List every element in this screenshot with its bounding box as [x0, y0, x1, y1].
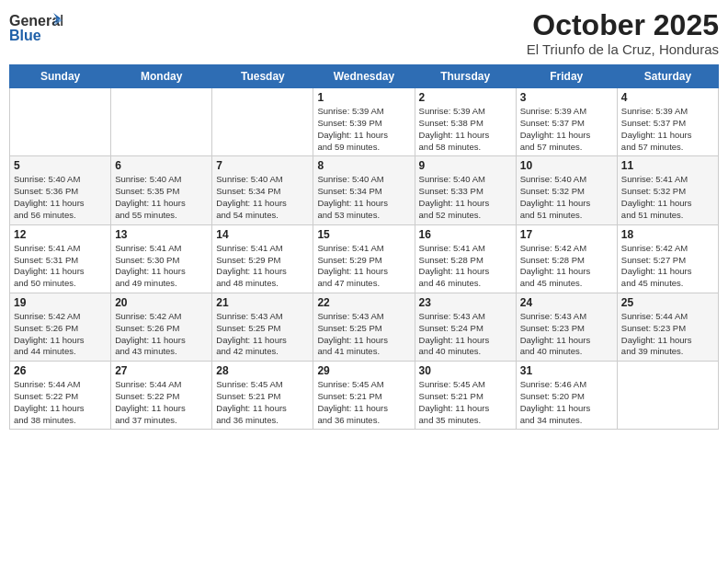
day-number: 3: [520, 91, 613, 104]
day-cell: 2Sunrise: 5:39 AM Sunset: 5:38 PM Daylig…: [415, 88, 516, 156]
day-number: 19: [14, 296, 107, 309]
day-cell: 5Sunrise: 5:40 AM Sunset: 5:36 PM Daylig…: [10, 156, 111, 224]
day-cell: 4Sunrise: 5:39 AM Sunset: 5:37 PM Daylig…: [617, 88, 718, 156]
day-cell: 29Sunrise: 5:45 AM Sunset: 5:21 PM Dayli…: [313, 362, 415, 430]
col-friday: Friday: [516, 65, 617, 88]
day-info: Sunrise: 5:45 AM Sunset: 5:21 PM Dayligh…: [216, 379, 309, 426]
week-row-1: 1Sunrise: 5:39 AM Sunset: 5:39 PM Daylig…: [10, 88, 719, 156]
day-info: Sunrise: 5:41 AM Sunset: 5:30 PM Dayligh…: [115, 243, 208, 290]
title-area: October 2025 El Triunfo de la Cruz, Hond…: [527, 9, 719, 57]
day-number: 13: [115, 228, 208, 241]
location-subtitle: El Triunfo de la Cruz, Honduras: [527, 41, 719, 57]
logo-area: General Blue: [9, 9, 63, 53]
week-row-3: 12Sunrise: 5:41 AM Sunset: 5:31 PM Dayli…: [10, 224, 719, 293]
day-number: 11: [621, 159, 714, 172]
day-number: 6: [115, 159, 208, 172]
day-info: Sunrise: 5:41 AM Sunset: 5:28 PM Dayligh…: [419, 243, 512, 290]
day-number: 28: [216, 364, 309, 377]
day-info: Sunrise: 5:43 AM Sunset: 5:24 PM Dayligh…: [419, 311, 512, 358]
day-info: Sunrise: 5:40 AM Sunset: 5:36 PM Dayligh…: [14, 174, 107, 221]
day-info: Sunrise: 5:40 AM Sunset: 5:33 PM Dayligh…: [419, 174, 512, 221]
day-number: 20: [115, 296, 208, 309]
weekday-header-row: Sunday Monday Tuesday Wednesday Thursday…: [10, 65, 719, 88]
day-info: Sunrise: 5:40 AM Sunset: 5:34 PM Dayligh…: [317, 174, 410, 221]
day-cell: 14Sunrise: 5:41 AM Sunset: 5:29 PM Dayli…: [212, 224, 313, 293]
day-info: Sunrise: 5:41 AM Sunset: 5:29 PM Dayligh…: [317, 243, 410, 290]
day-cell: 1Sunrise: 5:39 AM Sunset: 5:39 PM Daylig…: [313, 88, 415, 156]
day-number: 26: [14, 364, 107, 377]
day-info: Sunrise: 5:39 AM Sunset: 5:37 PM Dayligh…: [520, 106, 613, 153]
day-number: 23: [419, 296, 512, 309]
week-row-5: 26Sunrise: 5:44 AM Sunset: 5:22 PM Dayli…: [10, 362, 719, 430]
day-number: 15: [317, 228, 410, 241]
calendar-page: General Blue October 2025 El Triunfo de …: [0, 0, 728, 563]
day-cell: 30Sunrise: 5:45 AM Sunset: 5:21 PM Dayli…: [415, 362, 516, 430]
day-info: Sunrise: 5:43 AM Sunset: 5:23 PM Dayligh…: [520, 311, 613, 358]
day-number: 8: [317, 159, 410, 172]
day-info: Sunrise: 5:42 AM Sunset: 5:26 PM Dayligh…: [14, 311, 107, 358]
day-info: Sunrise: 5:40 AM Sunset: 5:34 PM Dayligh…: [216, 174, 309, 221]
day-cell: 8Sunrise: 5:40 AM Sunset: 5:34 PM Daylig…: [313, 156, 415, 224]
week-row-4: 19Sunrise: 5:42 AM Sunset: 5:26 PM Dayli…: [10, 293, 719, 361]
day-number: 24: [520, 296, 613, 309]
day-number: 16: [419, 228, 512, 241]
day-info: Sunrise: 5:46 AM Sunset: 5:20 PM Dayligh…: [520, 379, 613, 426]
day-number: 4: [621, 91, 714, 104]
day-info: Sunrise: 5:40 AM Sunset: 5:35 PM Dayligh…: [115, 174, 208, 221]
day-number: 17: [520, 228, 613, 241]
day-info: Sunrise: 5:45 AM Sunset: 5:21 PM Dayligh…: [419, 379, 512, 426]
day-cell: 18Sunrise: 5:42 AM Sunset: 5:27 PM Dayli…: [617, 224, 718, 293]
day-info: Sunrise: 5:41 AM Sunset: 5:32 PM Dayligh…: [621, 174, 714, 221]
day-cell: 20Sunrise: 5:42 AM Sunset: 5:26 PM Dayli…: [111, 293, 212, 361]
day-number: 25: [621, 296, 714, 309]
day-info: Sunrise: 5:42 AM Sunset: 5:28 PM Dayligh…: [520, 243, 613, 290]
day-number: 22: [317, 296, 410, 309]
day-number: 10: [520, 159, 613, 172]
day-number: 5: [14, 159, 107, 172]
day-info: Sunrise: 5:41 AM Sunset: 5:31 PM Dayligh…: [14, 243, 107, 290]
day-number: 9: [419, 159, 512, 172]
col-tuesday: Tuesday: [212, 65, 313, 88]
day-cell: 23Sunrise: 5:43 AM Sunset: 5:24 PM Dayli…: [415, 293, 516, 361]
day-cell: 10Sunrise: 5:40 AM Sunset: 5:32 PM Dayli…: [516, 156, 617, 224]
day-cell: 25Sunrise: 5:44 AM Sunset: 5:23 PM Dayli…: [617, 293, 718, 361]
day-info: Sunrise: 5:41 AM Sunset: 5:29 PM Dayligh…: [216, 243, 309, 290]
day-number: 12: [14, 228, 107, 241]
day-number: 2: [419, 91, 512, 104]
day-cell: 13Sunrise: 5:41 AM Sunset: 5:30 PM Dayli…: [111, 224, 212, 293]
col-thursday: Thursday: [415, 65, 516, 88]
day-cell: [111, 88, 212, 156]
day-info: Sunrise: 5:40 AM Sunset: 5:32 PM Dayligh…: [520, 174, 613, 221]
day-cell: 3Sunrise: 5:39 AM Sunset: 5:37 PM Daylig…: [516, 88, 617, 156]
month-title: October 2025: [527, 9, 719, 41]
day-cell: 9Sunrise: 5:40 AM Sunset: 5:33 PM Daylig…: [415, 156, 516, 224]
day-number: 21: [216, 296, 309, 309]
day-number: 27: [115, 364, 208, 377]
day-cell: 6Sunrise: 5:40 AM Sunset: 5:35 PM Daylig…: [111, 156, 212, 224]
day-cell: 7Sunrise: 5:40 AM Sunset: 5:34 PM Daylig…: [212, 156, 313, 224]
logo: General Blue: [9, 9, 63, 53]
col-sunday: Sunday: [10, 65, 111, 88]
col-saturday: Saturday: [617, 65, 718, 88]
calendar-table: Sunday Monday Tuesday Wednesday Thursday…: [9, 64, 719, 430]
day-number: 14: [216, 228, 309, 241]
day-cell: [617, 362, 718, 430]
day-cell: 24Sunrise: 5:43 AM Sunset: 5:23 PM Dayli…: [516, 293, 617, 361]
day-number: 18: [621, 228, 714, 241]
day-info: Sunrise: 5:42 AM Sunset: 5:27 PM Dayligh…: [621, 243, 714, 290]
day-cell: 16Sunrise: 5:41 AM Sunset: 5:28 PM Dayli…: [415, 224, 516, 293]
day-info: Sunrise: 5:45 AM Sunset: 5:21 PM Dayligh…: [317, 379, 410, 426]
day-info: Sunrise: 5:43 AM Sunset: 5:25 PM Dayligh…: [216, 311, 309, 358]
day-number: 1: [317, 91, 410, 104]
day-info: Sunrise: 5:39 AM Sunset: 5:38 PM Dayligh…: [419, 106, 512, 153]
day-number: 30: [419, 364, 512, 377]
day-cell: 27Sunrise: 5:44 AM Sunset: 5:22 PM Dayli…: [111, 362, 212, 430]
day-info: Sunrise: 5:39 AM Sunset: 5:39 PM Dayligh…: [317, 106, 410, 153]
day-info: Sunrise: 5:39 AM Sunset: 5:37 PM Dayligh…: [621, 106, 714, 153]
day-number: 31: [520, 364, 613, 377]
col-monday: Monday: [111, 65, 212, 88]
day-cell: 11Sunrise: 5:41 AM Sunset: 5:32 PM Dayli…: [617, 156, 718, 224]
day-info: Sunrise: 5:44 AM Sunset: 5:22 PM Dayligh…: [14, 379, 107, 426]
day-cell: [212, 88, 313, 156]
logo-icon: General Blue: [9, 9, 63, 50]
